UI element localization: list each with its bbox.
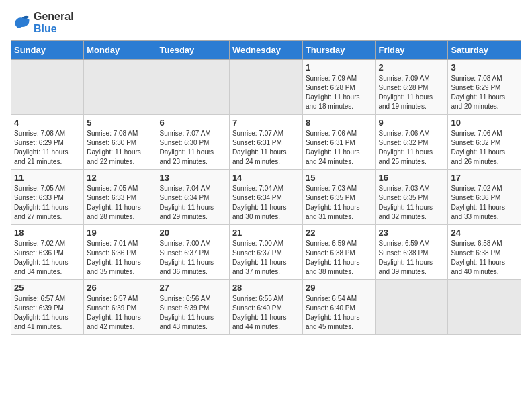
day-info: Sunrise: 7:08 AMSunset: 6:29 PMDaylight:…: [14, 129, 81, 167]
day-info: Sunrise: 7:02 AMSunset: 6:36 PMDaylight:…: [451, 184, 518, 222]
calendar-week-row: 11Sunrise: 7:05 AMSunset: 6:33 PMDayligh…: [11, 170, 521, 225]
calendar-cell: 4Sunrise: 7:08 AMSunset: 6:29 PMDaylight…: [11, 115, 84, 170]
calendar-week-row: 18Sunrise: 7:02 AMSunset: 6:36 PMDayligh…: [11, 225, 521, 280]
day-number: 17: [451, 173, 518, 183]
column-header-sunday: Sunday: [11, 41, 84, 60]
page-header: General Blue: [11, 11, 521, 35]
day-number: 28: [232, 283, 300, 293]
day-number: 18: [14, 228, 81, 238]
calendar-week-row: 4Sunrise: 7:08 AMSunset: 6:29 PMDaylight…: [11, 115, 521, 170]
day-info: Sunrise: 7:01 AMSunset: 6:36 PMDaylight:…: [87, 239, 153, 277]
day-number: 4: [14, 118, 81, 128]
day-info: Sunrise: 7:03 AMSunset: 6:35 PMDaylight:…: [379, 184, 445, 222]
day-number: 20: [160, 228, 226, 238]
calendar-cell: [84, 60, 157, 115]
calendar-cell: 11Sunrise: 7:05 AMSunset: 6:33 PMDayligh…: [11, 170, 84, 225]
day-info: Sunrise: 7:07 AMSunset: 6:31 PMDaylight:…: [232, 129, 300, 167]
column-header-saturday: Saturday: [448, 41, 521, 60]
day-number: 6: [160, 118, 226, 128]
column-header-thursday: Thursday: [302, 41, 375, 60]
day-info: Sunrise: 7:06 AMSunset: 6:32 PMDaylight:…: [379, 129, 445, 167]
day-number: 25: [14, 283, 81, 293]
day-number: 26: [87, 283, 153, 293]
day-info: Sunrise: 7:09 AMSunset: 6:28 PMDaylight:…: [379, 74, 445, 111]
logo-icon: [11, 13, 31, 33]
day-info: Sunrise: 7:06 AMSunset: 6:31 PMDaylight:…: [306, 129, 373, 167]
day-info: Sunrise: 6:59 AMSunset: 6:38 PMDaylight:…: [306, 239, 373, 277]
column-header-monday: Monday: [84, 41, 157, 60]
calendar-cell: 2Sunrise: 7:09 AMSunset: 6:28 PMDaylight…: [375, 60, 448, 115]
day-number: 21: [232, 228, 300, 238]
calendar-cell: 13Sunrise: 7:04 AMSunset: 6:34 PMDayligh…: [157, 170, 229, 225]
day-info: Sunrise: 7:04 AMSunset: 6:34 PMDaylight:…: [160, 184, 226, 222]
column-header-wednesday: Wednesday: [229, 41, 302, 60]
day-number: 1: [306, 62, 373, 73]
day-info: Sunrise: 6:58 AMSunset: 6:38 PMDaylight:…: [451, 239, 518, 277]
day-info: Sunrise: 6:59 AMSunset: 6:38 PMDaylight:…: [379, 239, 445, 277]
calendar-cell: 3Sunrise: 7:08 AMSunset: 6:29 PMDaylight…: [448, 60, 521, 115]
calendar-cell: 25Sunrise: 6:57 AMSunset: 6:39 PMDayligh…: [11, 280, 84, 335]
calendar-cell: 27Sunrise: 6:56 AMSunset: 6:39 PMDayligh…: [157, 280, 229, 335]
calendar-cell: 26Sunrise: 6:57 AMSunset: 6:39 PMDayligh…: [84, 280, 157, 335]
calendar-cell: 28Sunrise: 6:55 AMSunset: 6:40 PMDayligh…: [229, 280, 302, 335]
calendar-cell: 12Sunrise: 7:05 AMSunset: 6:33 PMDayligh…: [84, 170, 157, 225]
day-info: Sunrise: 6:56 AMSunset: 6:39 PMDaylight:…: [160, 294, 226, 332]
day-number: 7: [232, 118, 300, 128]
calendar-cell: 14Sunrise: 7:04 AMSunset: 6:34 PMDayligh…: [229, 170, 302, 225]
calendar-table: SundayMondayTuesdayWednesdayThursdayFrid…: [11, 40, 521, 335]
day-number: 11: [14, 173, 81, 183]
day-number: 22: [306, 228, 373, 238]
calendar-cell: 7Sunrise: 7:07 AMSunset: 6:31 PMDaylight…: [229, 115, 302, 170]
day-info: Sunrise: 6:57 AMSunset: 6:39 PMDaylight:…: [87, 294, 153, 332]
day-info: Sunrise: 7:04 AMSunset: 6:34 PMDaylight:…: [232, 184, 300, 222]
calendar-cell: 10Sunrise: 7:06 AMSunset: 6:32 PMDayligh…: [448, 115, 521, 170]
day-info: Sunrise: 7:05 AMSunset: 6:33 PMDaylight:…: [14, 184, 81, 222]
column-header-friday: Friday: [375, 41, 448, 60]
day-info: Sunrise: 7:00 AMSunset: 6:37 PMDaylight:…: [160, 239, 226, 277]
day-number: 14: [232, 173, 300, 183]
day-number: 23: [379, 228, 445, 238]
day-number: 27: [160, 283, 226, 293]
calendar-cell: 5Sunrise: 7:08 AMSunset: 6:30 PMDaylight…: [84, 115, 157, 170]
day-number: 2: [379, 62, 445, 73]
day-number: 24: [451, 228, 518, 238]
day-info: Sunrise: 7:05 AMSunset: 6:33 PMDaylight:…: [87, 184, 153, 222]
calendar-cell: 23Sunrise: 6:59 AMSunset: 6:38 PMDayligh…: [375, 225, 448, 280]
calendar-cell: 20Sunrise: 7:00 AMSunset: 6:37 PMDayligh…: [157, 225, 229, 280]
day-info: Sunrise: 7:09 AMSunset: 6:28 PMDaylight:…: [306, 74, 373, 111]
calendar-cell: 22Sunrise: 6:59 AMSunset: 6:38 PMDayligh…: [302, 225, 375, 280]
day-info: Sunrise: 7:03 AMSunset: 6:35 PMDaylight:…: [306, 184, 373, 222]
column-header-tuesday: Tuesday: [157, 41, 229, 60]
calendar-cell: [229, 60, 302, 115]
calendar-cell: 8Sunrise: 7:06 AMSunset: 6:31 PMDaylight…: [302, 115, 375, 170]
calendar-cell: [157, 60, 229, 115]
calendar-week-row: 1Sunrise: 7:09 AMSunset: 6:28 PMDaylight…: [11, 60, 521, 115]
day-number: 10: [451, 118, 518, 128]
logo-text: General Blue: [34, 11, 74, 35]
day-info: Sunrise: 7:06 AMSunset: 6:32 PMDaylight:…: [451, 129, 518, 167]
calendar-cell: 19Sunrise: 7:01 AMSunset: 6:36 PMDayligh…: [84, 225, 157, 280]
calendar-cell: 24Sunrise: 6:58 AMSunset: 6:38 PMDayligh…: [448, 225, 521, 280]
day-info: Sunrise: 6:54 AMSunset: 6:40 PMDaylight:…: [306, 294, 373, 332]
calendar-cell: 16Sunrise: 7:03 AMSunset: 6:35 PMDayligh…: [375, 170, 448, 225]
calendar-cell: [448, 280, 521, 335]
day-number: 3: [451, 62, 518, 73]
day-info: Sunrise: 6:57 AMSunset: 6:39 PMDaylight:…: [14, 294, 81, 332]
calendar-cell: [375, 280, 448, 335]
day-info: Sunrise: 6:55 AMSunset: 6:40 PMDaylight:…: [232, 294, 300, 332]
day-info: Sunrise: 7:08 AMSunset: 6:29 PMDaylight:…: [451, 74, 518, 111]
day-number: 16: [379, 173, 445, 183]
day-number: 12: [87, 173, 153, 183]
day-number: 8: [306, 118, 373, 128]
calendar-week-row: 25Sunrise: 6:57 AMSunset: 6:39 PMDayligh…: [11, 280, 521, 335]
calendar-cell: [11, 60, 84, 115]
calendar-cell: 15Sunrise: 7:03 AMSunset: 6:35 PMDayligh…: [302, 170, 375, 225]
day-number: 15: [306, 173, 373, 183]
day-number: 19: [87, 228, 153, 238]
day-number: 9: [379, 118, 445, 128]
day-info: Sunrise: 7:07 AMSunset: 6:30 PMDaylight:…: [160, 129, 226, 167]
calendar-cell: 21Sunrise: 7:00 AMSunset: 6:37 PMDayligh…: [229, 225, 302, 280]
logo: General Blue: [11, 11, 74, 35]
day-info: Sunrise: 7:02 AMSunset: 6:36 PMDaylight:…: [14, 239, 81, 277]
calendar-cell: 1Sunrise: 7:09 AMSunset: 6:28 PMDaylight…: [302, 60, 375, 115]
